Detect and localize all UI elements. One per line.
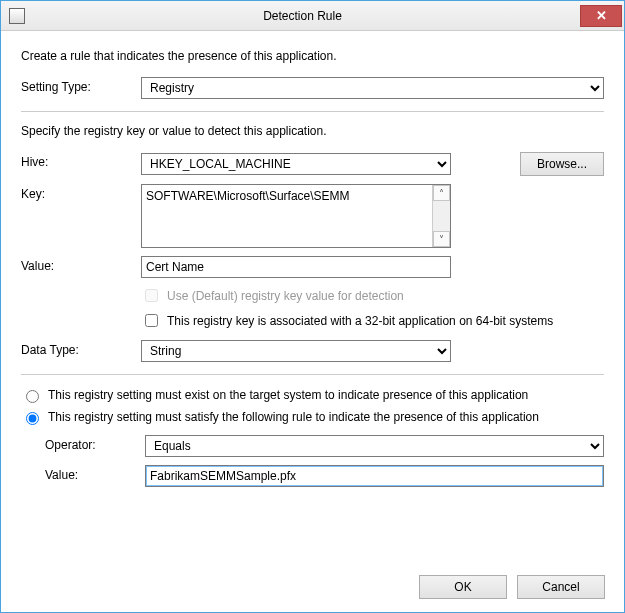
radio-exist[interactable] [26, 390, 39, 403]
intro-text: Create a rule that indicates the presenc… [21, 49, 604, 63]
section2-intro: Specify the registry key or value to det… [21, 124, 604, 138]
key-scrollbar[interactable]: ˄ ˅ [432, 185, 450, 247]
operator-select[interactable]: Equals [145, 435, 604, 457]
setting-type-label: Setting Type: [21, 77, 141, 94]
data-type-select[interactable]: String [141, 340, 451, 362]
window-icon [9, 8, 25, 24]
titlebar: Detection Rule ✕ [1, 1, 624, 31]
use-default-row: Use (Default) registry key value for det… [141, 286, 604, 305]
data-type-label: Data Type: [21, 340, 141, 357]
scroll-down-icon[interactable]: ˅ [433, 231, 450, 247]
radio-satisfy-row[interactable]: This registry setting must satisfy the f… [21, 409, 604, 425]
scroll-up-icon[interactable]: ˄ [433, 185, 450, 201]
use-default-label: Use (Default) registry key value for det… [167, 289, 404, 303]
radio-satisfy-label: This registry setting must satisfy the f… [48, 410, 539, 424]
browse-button[interactable]: Browse... [520, 152, 604, 176]
key-text[interactable]: SOFTWARE\Microsoft\Surface\SEMM [142, 185, 432, 247]
assoc32-row[interactable]: This registry key is associated with a 3… [141, 311, 604, 330]
setting-type-select[interactable]: Registry [141, 77, 604, 99]
assoc32-checkbox[interactable] [145, 314, 158, 327]
close-button[interactable]: ✕ [580, 5, 622, 27]
radio-exist-label: This registry setting must exist on the … [48, 388, 528, 402]
window-title: Detection Rule [25, 9, 580, 23]
operator-label: Operator: [45, 435, 145, 452]
value-label: Value: [21, 256, 141, 273]
rule-value-label: Value: [45, 465, 145, 482]
value-input[interactable] [141, 256, 451, 278]
separator-2 [21, 374, 604, 375]
radio-satisfy[interactable] [26, 412, 39, 425]
assoc32-label: This registry key is associated with a 3… [167, 314, 553, 328]
ok-button[interactable]: OK [419, 575, 507, 599]
cancel-button[interactable]: Cancel [517, 575, 605, 599]
rule-value-input[interactable] [145, 465, 604, 487]
hive-select[interactable]: HKEY_LOCAL_MACHINE [141, 153, 451, 175]
radio-exist-row[interactable]: This registry setting must exist on the … [21, 387, 604, 403]
use-default-checkbox [145, 289, 158, 302]
key-textarea[interactable]: SOFTWARE\Microsoft\Surface\SEMM ˄ ˅ [141, 184, 451, 248]
key-label: Key: [21, 184, 141, 201]
separator [21, 111, 604, 112]
hive-label: Hive: [21, 152, 141, 169]
